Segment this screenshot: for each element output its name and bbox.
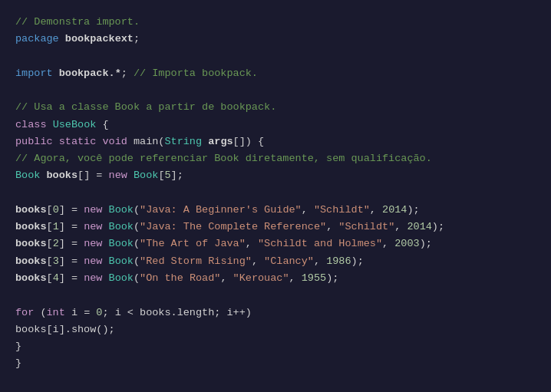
code-line: class UseBook { [15, 117, 536, 133]
code-token: , [302, 204, 314, 216]
code-token: bookpackext [65, 33, 134, 44]
code-token: ); [432, 221, 444, 232]
code-token: ); [326, 272, 338, 284]
code-token: 2 [53, 238, 59, 249]
code-token: ( [134, 272, 140, 284]
code-token: static [59, 136, 97, 147]
code-line [15, 185, 536, 202]
code-token [102, 238, 108, 249]
code-token: bookpack.* [59, 68, 121, 79]
code-line [15, 48, 536, 65]
code-token: , [394, 221, 407, 232]
code-token: } [15, 357, 21, 369]
code-token [102, 204, 108, 216]
code-line: import bookpack.*; // Importa bookpack. [15, 65, 536, 82]
code-token: } [15, 341, 21, 352]
code-token: // Importa bookpack. [134, 68, 258, 79]
code-token: ] = [59, 272, 84, 284]
code-line: books[4] = new Book("On the Road", "Kero… [15, 270, 536, 287]
code-line: books[2] = new Book("The Art of Java", "… [15, 236, 536, 252]
code-token: [ [47, 272, 53, 284]
code-line: package bookpackext; [15, 31, 536, 48]
code-token: 4 [53, 272, 59, 284]
code-line: books[i].show(); [15, 321, 536, 338]
code-token: String [164, 136, 202, 147]
code-token: 0 [53, 204, 59, 216]
code-line: books[1] = new Book("Java: The Complete … [15, 219, 536, 236]
code-token: args [208, 136, 233, 147]
code-token: books[i].show(); [15, 324, 115, 335]
code-token: Book [134, 170, 158, 181]
code-token: ] = [59, 221, 84, 232]
code-token: public [15, 136, 53, 147]
code-token: new [84, 204, 102, 216]
code-token: "Red Storm Rising" [140, 255, 252, 267]
code-token [65, 307, 71, 318]
code-token: { [96, 119, 108, 130]
code-line: } [15, 355, 536, 372]
code-token: , [252, 255, 264, 267]
code-token: ; [134, 33, 140, 44]
code-token: "Schildt and Holmes" [258, 238, 382, 249]
code-token: "Java: The Complete Reference" [140, 221, 326, 232]
code-token [53, 136, 59, 147]
code-token: , [382, 238, 394, 249]
code-token: ] = [59, 204, 84, 216]
code-token [102, 221, 108, 232]
code-token: package [15, 33, 59, 44]
code-token: 2014 [407, 221, 431, 232]
code-token: books [15, 221, 47, 232]
code-line: // Usa a classe Book a partir de bookpac… [15, 99, 536, 116]
code-token: new [84, 272, 102, 284]
code-line [15, 82, 536, 99]
code-token: new [109, 170, 127, 181]
code-token: "The Art of Java" [140, 238, 246, 249]
code-token: , [289, 272, 302, 284]
code-token: [ [47, 204, 53, 216]
code-token: 1955 [302, 272, 326, 284]
code-token: ; i < books.length; i++) [102, 307, 251, 318]
code-token: void [102, 136, 127, 147]
code-token: "Clancy" [264, 255, 314, 267]
code-token: int [47, 307, 65, 318]
code-token: 2014 [382, 204, 407, 216]
code-token: 1 [53, 221, 59, 232]
code-token: books [15, 255, 47, 267]
code-token: // Usa a classe Book a partir de bookpac… [15, 101, 276, 113]
code-token: "Schildt" [314, 204, 370, 216]
code-token: Book [109, 272, 134, 284]
code-token: , [370, 204, 382, 216]
code-token: ( [134, 204, 140, 216]
code-token: // Demonstra import. [15, 16, 140, 28]
code-line: Book books[] = new Book[5]; [15, 167, 536, 184]
code-token [102, 272, 108, 284]
code-line: books[0] = new Book("Java: A Beginner's … [15, 202, 536, 219]
code-token: books [47, 170, 78, 181]
code-token: books [15, 204, 47, 216]
code-token: i = [71, 307, 96, 318]
code-token: [] = [78, 170, 109, 181]
code-token: { [252, 136, 264, 147]
code-token [127, 136, 134, 147]
code-token: , [246, 238, 258, 249]
code-token: books [15, 238, 47, 249]
code-token: Book [15, 170, 40, 181]
code-token: ]; [171, 170, 183, 181]
code-token: 3 [53, 255, 59, 267]
code-token: , [220, 272, 233, 284]
code-token: ; [121, 68, 134, 79]
code-token: ); [420, 238, 432, 249]
code-content: // Demonstra import.package bookpackext;… [15, 14, 536, 373]
code-line: } [15, 338, 536, 355]
code-token: new [84, 255, 102, 267]
code-token [102, 255, 108, 267]
code-token [47, 119, 53, 130]
code-token: Book [109, 221, 134, 232]
code-token [59, 33, 65, 44]
code-token: new [84, 221, 102, 232]
code-token: "Schildt" [338, 221, 394, 232]
code-token: [ [47, 255, 53, 267]
code-line: // Demonstra import. [15, 14, 536, 31]
code-token: , [326, 221, 338, 232]
code-token [53, 68, 59, 79]
